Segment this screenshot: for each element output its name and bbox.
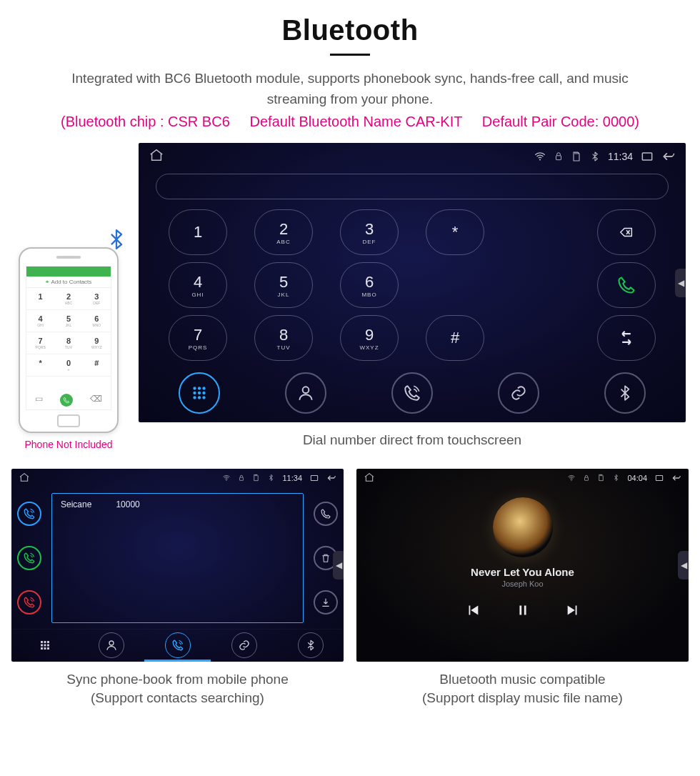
home-icon[interactable]: [19, 472, 30, 483]
track-title: Never Let You Alone: [471, 566, 574, 578]
person-icon: [105, 639, 118, 652]
key-hash[interactable]: #: [426, 315, 484, 361]
call-log-incoming[interactable]: [17, 502, 41, 526]
pause-button[interactable]: [515, 602, 531, 618]
contact-number: 10000: [116, 499, 139, 509]
key-swap-audio[interactable]: [597, 315, 656, 361]
back-icon[interactable]: [671, 473, 681, 483]
sd-icon: [252, 474, 260, 482]
bluetooth-icon: [589, 151, 601, 162]
call-log-list[interactable]: Seicane 10000: [51, 493, 304, 623]
tab-contacts[interactable]: [285, 372, 326, 414]
page-title: Bluetooth: [11, 14, 689, 46]
key-8[interactable]: 8TUV: [254, 315, 313, 361]
tab-dialpad[interactable]: [179, 372, 220, 414]
back-icon[interactable]: [661, 149, 676, 164]
dialpad-icon: [39, 639, 51, 652]
music-clock: 04:04: [627, 474, 647, 482]
album-art: [493, 497, 553, 557]
key-4[interactable]: 4GHI: [169, 262, 227, 308]
dialer-clock: 11:34: [608, 151, 633, 162]
wifi-icon: [222, 474, 231, 482]
music-panel: 04:04 Never Let You Alone Joseph Koo: [356, 469, 689, 662]
phone-key: 0+: [54, 354, 82, 377]
recent-apps-icon[interactable]: [640, 149, 654, 164]
prev-button[interactable]: [465, 602, 481, 618]
page-subtitle: Integrated with BC6 Bluetooth module, su…: [43, 69, 657, 109]
home-icon[interactable]: [149, 147, 164, 163]
key-9[interactable]: 9WXYZ: [340, 315, 399, 361]
next-button[interactable]: [565, 602, 581, 618]
tab-dialpad[interactable]: [32, 632, 58, 658]
tab-pair[interactable]: [231, 632, 257, 658]
key-call[interactable]: [597, 262, 656, 308]
phone-key: 4GHI: [26, 310, 54, 332]
dial-display[interactable]: [156, 174, 669, 199]
tab-contacts[interactable]: [99, 632, 124, 658]
bluetooth-icon: [616, 384, 634, 402]
action-call[interactable]: [314, 502, 338, 526]
key-5[interactable]: 5JKL: [254, 262, 313, 308]
side-drawer-handle[interactable]: ◀: [333, 551, 344, 579]
key-star[interactable]: *: [426, 209, 484, 255]
wifi-icon: [567, 474, 576, 482]
link-icon: [238, 639, 251, 652]
bluetooth-icon: [304, 639, 317, 652]
phone-key: 3DEF: [83, 288, 111, 310]
track-artist: Joseph Koo: [501, 579, 543, 588]
back-icon[interactable]: [326, 473, 336, 483]
phone-dial-button: [60, 394, 73, 407]
phone-key: 9WXYZ: [83, 332, 111, 354]
phone-key: 6MNO: [83, 310, 111, 332]
phone-home-button: [57, 414, 80, 427]
bluetooth-icon: [267, 474, 275, 482]
lock-icon: [554, 151, 564, 161]
key-backspace[interactable]: [597, 209, 656, 255]
phone-mock: +Add to Contacts 12ABC3DEF4GHI5JKL6MNO7P…: [19, 247, 119, 433]
tab-pair[interactable]: [498, 372, 539, 414]
contact-name: Seicane: [61, 499, 91, 509]
key-2[interactable]: 2ABC: [254, 209, 313, 255]
key-6[interactable]: 6MBO: [340, 262, 399, 308]
tab-bt-settings[interactable]: [604, 372, 646, 414]
music-caption: Bluetooth music compatible (Support disp…: [356, 670, 689, 708]
link-icon: [509, 384, 528, 402]
lock-icon: [583, 474, 590, 482]
tab-call-log[interactable]: [391, 372, 433, 414]
contacts-clock: 11:34: [282, 474, 302, 482]
dialpad-icon: [190, 384, 209, 402]
backspace-icon: [616, 224, 637, 240]
contacts-panel: 11:34 Seicane 10000: [11, 469, 344, 662]
phone-key: *: [26, 354, 54, 377]
phone-video-icon: ▭: [35, 394, 43, 407]
phone-key: 2ABC: [54, 288, 82, 310]
list-item[interactable]: Seicane 10000: [61, 499, 294, 509]
call-icon: [616, 275, 636, 295]
wifi-icon: [534, 150, 546, 163]
phone-key: 1: [26, 288, 54, 310]
recent-apps-icon[interactable]: [309, 473, 319, 483]
tab-bt-settings[interactable]: [298, 632, 324, 658]
bluetooth-signal-icon: [104, 227, 129, 254]
phone-key: 7PQRS: [26, 332, 54, 354]
side-drawer-handle[interactable]: ◀: [675, 269, 686, 297]
phone-key: 8TUV: [54, 332, 82, 354]
title-underline: [330, 54, 370, 56]
action-download[interactable]: [314, 590, 338, 615]
phone-back-icon: ⌫: [90, 394, 102, 407]
call-log-missed[interactable]: [17, 590, 41, 615]
bluetooth-icon: [612, 474, 620, 482]
person-icon: [296, 384, 315, 402]
key-1[interactable]: 1: [169, 209, 227, 255]
phone-wave-icon: [403, 384, 421, 402]
tab-call-log[interactable]: [165, 632, 191, 658]
phone-key: 5JKL: [54, 310, 82, 332]
recent-apps-icon[interactable]: [654, 473, 664, 483]
home-icon[interactable]: [364, 472, 375, 483]
call-log-outgoing[interactable]: [17, 546, 41, 570]
side-drawer-handle[interactable]: ◀: [678, 551, 689, 579]
key-3[interactable]: 3DEF: [340, 209, 399, 255]
lock-icon: [238, 474, 245, 482]
key-7[interactable]: 7PQRS: [169, 315, 227, 361]
phone-caption: Phone Not Included: [11, 439, 126, 450]
